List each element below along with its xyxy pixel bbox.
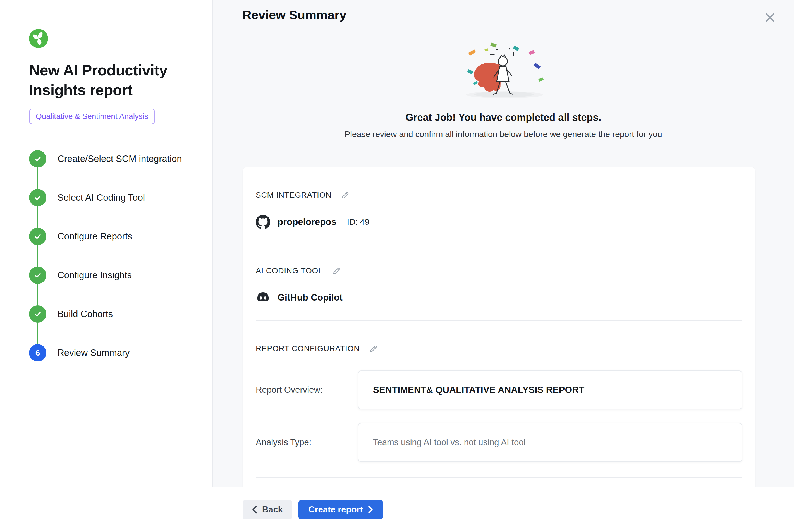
github-copilot-icon	[256, 290, 270, 305]
report-overview-label: Report Overview:	[256, 385, 358, 395]
report-title: New AI Productivity Insights report	[29, 60, 185, 100]
step-done-dot	[29, 150, 46, 168]
chevron-right-icon	[368, 506, 373, 514]
report-overview-row: Report Overview: SENTIMENT& QUALITATIVE …	[256, 370, 742, 410]
check-icon	[34, 232, 42, 241]
step-label: Select AI Coding Tool	[57, 192, 145, 203]
step-number: 6	[35, 348, 40, 358]
step-configure-insights[interactable]: Configure Insights	[29, 256, 195, 295]
step-build-cohorts[interactable]: Build Cohorts	[29, 295, 195, 334]
scm-section-label: SCM INTEGRATION	[256, 191, 332, 200]
step-done-dot	[29, 305, 46, 323]
step-label: Configure Reports	[57, 231, 132, 242]
wizard-sidebar: New AI Productivity Insights report Qual…	[0, 0, 212, 532]
ai-tool-section-header: AI CODING TOOL	[256, 265, 742, 276]
edit-pencil-icon[interactable]	[368, 343, 379, 354]
check-icon	[34, 155, 42, 163]
analysis-type-row: Analysis Type: Teams using AI tool vs. n…	[256, 423, 742, 462]
scm-section-header: SCM INTEGRATION	[256, 190, 742, 201]
report-config-section-header: REPORT CONFIGURATION	[256, 343, 742, 354]
analysis-type-value: Teams using AI tool vs. not using AI too…	[358, 423, 742, 462]
edit-pencil-icon[interactable]	[340, 190, 351, 201]
scm-integration-id: ID: 49	[347, 217, 370, 227]
github-icon	[256, 215, 270, 229]
report-config-section-label: REPORT CONFIGURATION	[256, 344, 360, 353]
analysis-type-badge: Qualitative & Sentiment Analysis	[29, 109, 155, 124]
scm-integration-name: propelorepos	[278, 216, 336, 227]
completion-heading: Great Job! You have completed all steps.	[213, 112, 794, 124]
step-label: Build Cohorts	[57, 309, 113, 319]
step-configure-reports[interactable]: Configure Reports	[29, 217, 195, 256]
check-icon	[34, 193, 42, 202]
report-overview-value: SENTIMENT& QUALITATIVE ANALYSIS REPORT	[358, 370, 742, 410]
step-label: Create/Select SCM integration	[57, 153, 182, 164]
step-done-dot	[29, 267, 46, 284]
close-icon[interactable]	[763, 11, 777, 24]
create-report-button[interactable]: Create report	[299, 500, 383, 519]
ai-tool-section-label: AI CODING TOOL	[256, 266, 323, 275]
edit-pencil-icon[interactable]	[331, 265, 342, 276]
summary-card: SCM INTEGRATION propelorepos ID: 49 AI C…	[243, 167, 755, 532]
card-divider	[256, 477, 742, 478]
card-divider	[256, 245, 742, 245]
step-current-dot: 6	[29, 344, 46, 361]
analysis-type-label: Analysis Type:	[256, 437, 358, 448]
step-select-ai-coding-tool[interactable]: Select AI Coding Tool	[29, 178, 195, 217]
app-window: New AI Productivity Insights report Qual…	[0, 0, 794, 532]
step-review-summary[interactable]: 6 Review Summary	[29, 334, 195, 372]
check-icon	[34, 271, 42, 279]
wizard-stepper: Create/Select SCM integration Select AI …	[29, 139, 195, 372]
step-label: Review Summary	[57, 347, 130, 358]
propeller-logo	[29, 29, 48, 48]
wizard-footer: Back Create report	[213, 487, 794, 532]
completion-subheading: Please review and confirm all informatio…	[213, 130, 794, 139]
step-done-dot	[29, 189, 46, 206]
check-icon	[34, 310, 42, 318]
ai-tool-name: GitHub Copilot	[278, 292, 343, 303]
review-summary-panel: Review Summary	[213, 0, 794, 532]
page-title: Review Summary	[242, 8, 346, 22]
card-divider	[256, 320, 742, 321]
scm-integration-row: propelorepos ID: 49	[256, 215, 742, 229]
celebration-illustration	[443, 42, 563, 103]
step-label: Configure Insights	[57, 270, 132, 281]
step-create-scm-integration[interactable]: Create/Select SCM integration	[29, 139, 195, 178]
ai-tool-row: GitHub Copilot	[256, 290, 742, 305]
chevron-left-icon	[252, 506, 257, 514]
back-button[interactable]: Back	[243, 500, 292, 519]
step-done-dot	[29, 228, 46, 245]
